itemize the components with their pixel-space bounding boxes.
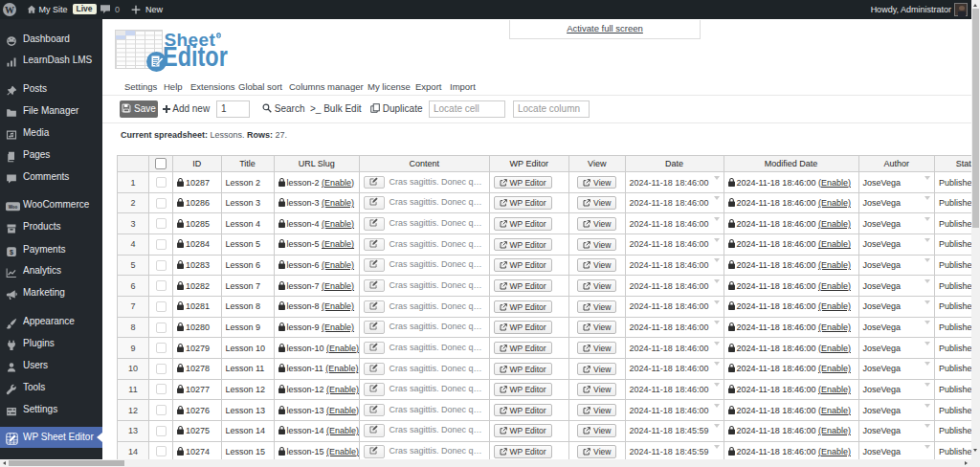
svg-text:$: $ — [10, 248, 13, 256]
svg-text:Woo: Woo — [9, 205, 18, 210]
